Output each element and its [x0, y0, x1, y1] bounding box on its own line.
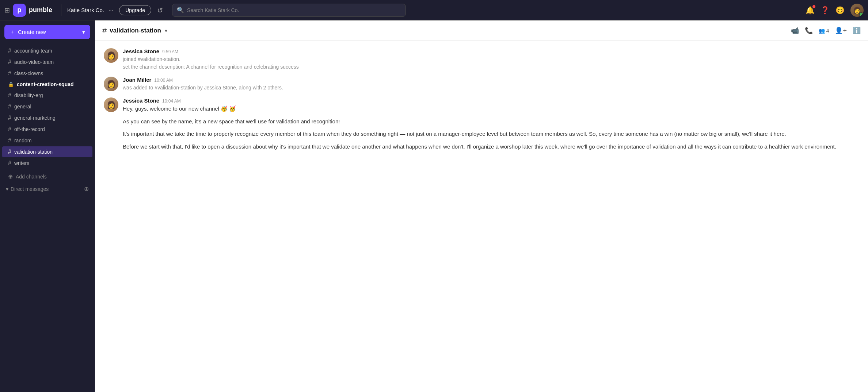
avatar: 👩	[104, 97, 118, 112]
sidebar-item-general[interactable]: #general	[2, 101, 92, 112]
members-count[interactable]: 👥 4	[819, 28, 829, 34]
chat-header-right: 📹 📞 👥 4 👤+ ℹ️	[791, 27, 861, 35]
channel-label: general	[14, 104, 31, 109]
circle-plus-icon: ⊕	[8, 173, 13, 180]
avatar: 👩	[104, 48, 118, 63]
channel-label: audio-video-team	[14, 59, 54, 65]
main-layout: ＋ Create new ▾ #accounting-team#audio-vi…	[0, 20, 868, 392]
hash-icon: #	[8, 137, 11, 144]
help-icon[interactable]: ❓	[821, 6, 830, 15]
hash-icon: #	[8, 59, 11, 65]
hash-icon: #	[8, 160, 11, 166]
message-header: Jessica Stone9:59 AM	[123, 48, 859, 54]
channel-label: accounting-team	[14, 48, 52, 54]
hash-icon: #	[8, 47, 11, 54]
workspace-name[interactable]: Katie Stark Co.	[67, 7, 104, 13]
channel-label: content-creation-squad	[17, 81, 74, 87]
create-new-button[interactable]: ＋ Create new ▾	[4, 25, 90, 39]
chevron-down-icon: ▾	[6, 186, 8, 192]
hash-icon: #	[8, 149, 11, 155]
chevron-down-icon: ▾	[82, 29, 85, 35]
logo-text: pumble	[29, 6, 52, 14]
sidebar-item-class-clowns[interactable]: #class-clowns	[2, 68, 92, 79]
notifications-icon[interactable]: 🔔	[806, 6, 815, 15]
channel-hash-icon: #	[102, 26, 107, 35]
channel-label: general-marketing	[14, 115, 56, 121]
message-group: 👩Jessica Stone10:04 AMHey, guys, welcome…	[104, 97, 859, 151]
emoji-icon[interactable]: 😊	[835, 6, 845, 15]
search-bar[interactable]: 🔍	[172, 4, 406, 17]
sidebar-item-validation-station[interactable]: #validation-station	[2, 146, 92, 157]
info-icon[interactable]: ℹ️	[853, 27, 861, 35]
create-new-label: Create new	[18, 29, 46, 35]
search-icon: 🔍	[177, 7, 184, 14]
sidebar-item-off-the-record[interactable]: #off-the-record	[2, 124, 92, 135]
channel-list: #accounting-team#audio-video-team#class-…	[0, 43, 95, 170]
lock-icon: 🔒	[8, 82, 14, 87]
plus-icon: ＋	[9, 28, 15, 35]
hash-icon: #	[8, 103, 11, 110]
hash-icon: #	[8, 115, 11, 121]
message-content: Jessica Stone9:59 AMjoined #validation-s…	[123, 48, 859, 71]
sidebar-item-writers[interactable]: #writers	[2, 158, 92, 169]
upgrade-button[interactable]: Upgrade	[119, 5, 151, 15]
message-group: 👩Joan Miller10:00 AMwas added to #valida…	[104, 77, 859, 92]
channel-chevron-icon[interactable]: ▾	[165, 28, 167, 34]
message-header: Joan Miller10:00 AM	[123, 77, 859, 83]
message-content: Joan Miller10:00 AMwas added to #validat…	[123, 77, 859, 92]
message-time: 9:59 AM	[162, 49, 178, 54]
channel-label: off-the-record	[14, 126, 45, 132]
sidebar-item-random[interactable]: #random	[2, 135, 92, 146]
message-author: Jessica Stone	[123, 97, 159, 104]
chat-messages: 👩Jessica Stone9:59 AMjoined #validation-…	[95, 41, 868, 392]
topbar-right: 🔔 ❓ 😊 👩	[806, 4, 864, 17]
add-channels-button[interactable]: ⊕ Add channels	[2, 171, 92, 182]
video-icon[interactable]: 📹	[791, 27, 799, 35]
message-author: Jessica Stone	[123, 48, 159, 54]
avatar-image: 👩	[850, 4, 864, 17]
history-icon[interactable]: ↺	[157, 6, 163, 15]
logo: p pumble	[13, 4, 52, 17]
sidebar-item-accounting-team[interactable]: #accounting-team	[2, 45, 92, 56]
avatar: 👩	[104, 77, 118, 91]
topbar-divider	[61, 4, 61, 16]
channel-label: writers	[14, 160, 29, 166]
channel-label: random	[14, 138, 31, 143]
chat-header: # validation-station ▾ 📹 📞 👥 4 👤+ ℹ️	[95, 20, 868, 41]
channel-label: disability-erg	[14, 92, 43, 98]
add-dm-icon[interactable]: ⊕	[84, 185, 89, 192]
hash-icon: #	[8, 126, 11, 132]
message-text: set the channel description: A channel f…	[123, 63, 859, 71]
channel-name: validation-station	[110, 27, 161, 34]
direct-messages-label: Direct messages	[11, 186, 49, 192]
sidebar-item-general-marketing[interactable]: #general-marketing	[2, 112, 92, 123]
message-group: 👩Jessica Stone9:59 AMjoined #validation-…	[104, 48, 859, 71]
channel-label: class-clowns	[14, 70, 43, 76]
sidebar-item-audio-video-team[interactable]: #audio-video-team	[2, 57, 92, 68]
message-text: Hey, guys, welcome to our new channel 🥳 …	[123, 105, 859, 151]
sidebar: ＋ Create new ▾ #accounting-team#audio-vi…	[0, 20, 95, 392]
search-input[interactable]	[187, 7, 401, 13]
workspace-more[interactable]: ···	[108, 7, 113, 14]
message-content: Jessica Stone10:04 AMHey, guys, welcome …	[123, 97, 859, 151]
chat-area: # validation-station ▾ 📹 📞 👥 4 👤+ ℹ️ 👩Je…	[95, 20, 868, 392]
sidebar-item-content-creation-squad[interactable]: 🔒content-creation-squad	[2, 79, 92, 89]
message-time: 10:04 AM	[162, 99, 181, 104]
message-text: joined #validation-station.	[123, 55, 859, 63]
phone-icon[interactable]: 📞	[805, 27, 813, 35]
avatar[interactable]: 👩	[850, 4, 864, 17]
channel-label: validation-station	[14, 149, 53, 155]
message-author: Joan Miller	[123, 77, 151, 83]
hash-icon: #	[8, 70, 11, 77]
add-channels-label: Add channels	[16, 174, 47, 180]
grid-icon[interactable]: ⊞	[4, 6, 10, 14]
message-time: 10:00 AM	[154, 78, 173, 83]
add-member-icon[interactable]: 👤+	[835, 27, 847, 35]
message-text: was added to #validation-station by Jess…	[123, 84, 859, 92]
members-number: 4	[826, 28, 829, 34]
logo-icon: p	[13, 4, 26, 17]
members-icon: 👥	[819, 28, 825, 34]
sidebar-item-disability-erg[interactable]: #disability-erg	[2, 90, 92, 101]
direct-messages-section[interactable]: ▾ Direct messages ⊕	[0, 182, 95, 195]
message-header: Jessica Stone10:04 AM	[123, 97, 859, 104]
